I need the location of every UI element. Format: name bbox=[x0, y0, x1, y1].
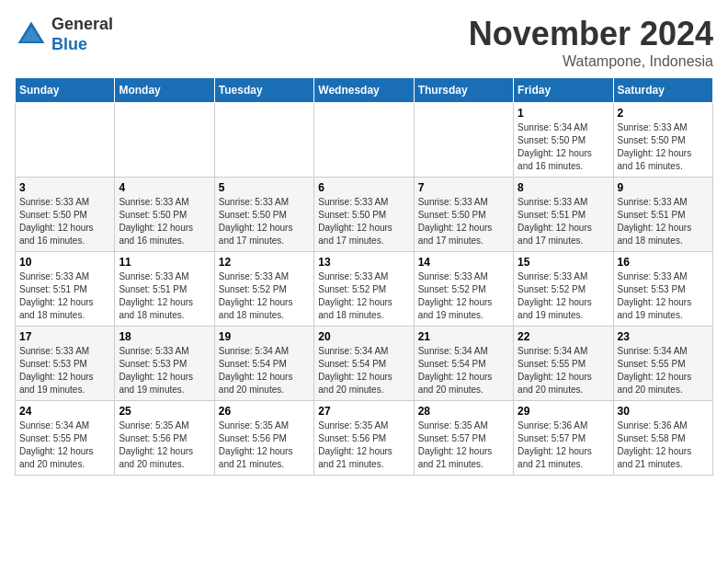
calendar-week-row: 3Sunrise: 5:33 AM Sunset: 5:50 PM Daylig… bbox=[16, 178, 713, 252]
day-info: Sunrise: 5:33 AM Sunset: 5:51 PM Dayligh… bbox=[119, 270, 210, 322]
day-info: Sunrise: 5:34 AM Sunset: 5:55 PM Dayligh… bbox=[518, 345, 609, 396]
calendar-cell: 18Sunrise: 5:33 AM Sunset: 5:53 PM Dayli… bbox=[115, 327, 214, 401]
day-info: Sunrise: 5:33 AM Sunset: 5:53 PM Dayligh… bbox=[19, 345, 110, 396]
day-number: 28 bbox=[418, 405, 509, 418]
day-info: Sunrise: 5:33 AM Sunset: 5:52 PM Dayligh… bbox=[219, 270, 310, 322]
day-number: 20 bbox=[318, 330, 409, 343]
day-info: Sunrise: 5:33 AM Sunset: 5:50 PM Dayligh… bbox=[219, 196, 310, 247]
day-number: 23 bbox=[618, 330, 709, 343]
calendar-cell: 4Sunrise: 5:33 AM Sunset: 5:50 PM Daylig… bbox=[115, 178, 214, 252]
day-info: Sunrise: 5:33 AM Sunset: 5:51 PM Dayligh… bbox=[518, 196, 609, 247]
day-number: 11 bbox=[119, 256, 210, 269]
logo: General Blue bbox=[15, 15, 113, 54]
day-number: 21 bbox=[418, 330, 509, 343]
day-number: 8 bbox=[518, 181, 609, 194]
day-number: 25 bbox=[119, 405, 210, 418]
day-info: Sunrise: 5:35 AM Sunset: 5:56 PM Dayligh… bbox=[119, 419, 210, 471]
day-number: 24 bbox=[19, 405, 110, 418]
day-info: Sunrise: 5:33 AM Sunset: 5:52 PM Dayligh… bbox=[418, 270, 509, 322]
weekday-header: Sunday bbox=[16, 78, 115, 103]
day-info: Sunrise: 5:33 AM Sunset: 5:51 PM Dayligh… bbox=[618, 196, 709, 247]
day-info: Sunrise: 5:33 AM Sunset: 5:52 PM Dayligh… bbox=[518, 270, 609, 322]
calendar-cell: 27Sunrise: 5:35 AM Sunset: 5:56 PM Dayli… bbox=[314, 401, 414, 476]
calendar-cell: 14Sunrise: 5:33 AM Sunset: 5:52 PM Dayli… bbox=[414, 252, 513, 327]
day-info: Sunrise: 5:33 AM Sunset: 5:53 PM Dayligh… bbox=[618, 270, 709, 322]
weekday-header: Tuesday bbox=[214, 78, 313, 103]
calendar-cell: 25Sunrise: 5:35 AM Sunset: 5:56 PM Dayli… bbox=[115, 401, 214, 476]
calendar-week-row: 17Sunrise: 5:33 AM Sunset: 5:53 PM Dayli… bbox=[16, 327, 713, 401]
day-number: 5 bbox=[219, 181, 310, 194]
calendar-cell: 23Sunrise: 5:34 AM Sunset: 5:55 PM Dayli… bbox=[613, 327, 712, 401]
day-info: Sunrise: 5:34 AM Sunset: 5:55 PM Dayligh… bbox=[618, 345, 709, 396]
calendar-cell: 9Sunrise: 5:33 AM Sunset: 5:51 PM Daylig… bbox=[613, 178, 712, 252]
calendar-week-row: 10Sunrise: 5:33 AM Sunset: 5:51 PM Dayli… bbox=[16, 252, 713, 327]
calendar-cell: 1Sunrise: 5:34 AM Sunset: 5:50 PM Daylig… bbox=[514, 103, 613, 178]
calendar-week-row: 1Sunrise: 5:34 AM Sunset: 5:50 PM Daylig… bbox=[16, 103, 713, 178]
calendar-cell: 13Sunrise: 5:33 AM Sunset: 5:52 PM Dayli… bbox=[314, 252, 414, 327]
calendar-cell: 10Sunrise: 5:33 AM Sunset: 5:51 PM Dayli… bbox=[16, 252, 115, 327]
calendar-cell: 12Sunrise: 5:33 AM Sunset: 5:52 PM Dayli… bbox=[214, 252, 313, 327]
day-number: 6 bbox=[318, 181, 409, 194]
day-info: Sunrise: 5:34 AM Sunset: 5:54 PM Dayligh… bbox=[318, 345, 409, 396]
day-number: 26 bbox=[219, 405, 310, 418]
calendar-cell bbox=[414, 103, 513, 178]
calendar-cell: 29Sunrise: 5:36 AM Sunset: 5:57 PM Dayli… bbox=[514, 401, 613, 476]
calendar-cell: 28Sunrise: 5:35 AM Sunset: 5:57 PM Dayli… bbox=[414, 401, 513, 476]
weekday-header: Friday bbox=[514, 78, 613, 103]
calendar-cell: 30Sunrise: 5:36 AM Sunset: 5:58 PM Dayli… bbox=[613, 401, 712, 476]
day-number: 30 bbox=[618, 405, 709, 418]
day-info: Sunrise: 5:34 AM Sunset: 5:50 PM Dayligh… bbox=[518, 121, 609, 173]
calendar-cell: 15Sunrise: 5:33 AM Sunset: 5:52 PM Dayli… bbox=[514, 252, 613, 327]
day-number: 2 bbox=[618, 107, 709, 120]
day-number: 22 bbox=[518, 330, 609, 343]
calendar-cell bbox=[16, 103, 115, 178]
logo-text: General Blue bbox=[51, 15, 113, 54]
calendar-cell: 20Sunrise: 5:34 AM Sunset: 5:54 PM Dayli… bbox=[314, 327, 414, 401]
day-number: 4 bbox=[119, 181, 210, 194]
day-number: 1 bbox=[518, 107, 609, 120]
day-info: Sunrise: 5:33 AM Sunset: 5:50 PM Dayligh… bbox=[119, 196, 210, 247]
calendar-cell bbox=[115, 103, 214, 178]
day-info: Sunrise: 5:34 AM Sunset: 5:55 PM Dayligh… bbox=[19, 419, 110, 471]
day-info: Sunrise: 5:33 AM Sunset: 5:50 PM Dayligh… bbox=[318, 196, 409, 247]
title-block: November 2024 Watampone, Indonesia bbox=[469, 15, 713, 70]
weekday-header: Thursday bbox=[414, 78, 513, 103]
day-number: 13 bbox=[318, 256, 409, 269]
weekday-header: Wednesday bbox=[314, 78, 414, 103]
calendar-cell: 2Sunrise: 5:33 AM Sunset: 5:50 PM Daylig… bbox=[613, 103, 712, 178]
day-info: Sunrise: 5:33 AM Sunset: 5:50 PM Dayligh… bbox=[418, 196, 509, 247]
calendar-week-row: 24Sunrise: 5:34 AM Sunset: 5:55 PM Dayli… bbox=[16, 401, 713, 476]
day-number: 27 bbox=[318, 405, 409, 418]
calendar-cell: 16Sunrise: 5:33 AM Sunset: 5:53 PM Dayli… bbox=[613, 252, 712, 327]
weekday-header-row: SundayMondayTuesdayWednesdayThursdayFrid… bbox=[16, 78, 713, 103]
day-info: Sunrise: 5:36 AM Sunset: 5:57 PM Dayligh… bbox=[518, 419, 609, 471]
day-number: 16 bbox=[618, 256, 709, 269]
calendar-cell: 17Sunrise: 5:33 AM Sunset: 5:53 PM Dayli… bbox=[16, 327, 115, 401]
day-number: 7 bbox=[418, 181, 509, 194]
calendar-cell: 26Sunrise: 5:35 AM Sunset: 5:56 PM Dayli… bbox=[214, 401, 313, 476]
calendar-cell: 19Sunrise: 5:34 AM Sunset: 5:54 PM Dayli… bbox=[214, 327, 313, 401]
day-number: 12 bbox=[219, 256, 310, 269]
month-title: November 2024 bbox=[469, 15, 713, 53]
day-info: Sunrise: 5:33 AM Sunset: 5:50 PM Dayligh… bbox=[19, 196, 110, 247]
day-number: 29 bbox=[518, 405, 609, 418]
calendar-cell bbox=[214, 103, 313, 178]
day-info: Sunrise: 5:34 AM Sunset: 5:54 PM Dayligh… bbox=[418, 345, 509, 396]
day-info: Sunrise: 5:33 AM Sunset: 5:51 PM Dayligh… bbox=[19, 270, 110, 322]
day-info: Sunrise: 5:35 AM Sunset: 5:57 PM Dayligh… bbox=[418, 419, 509, 471]
day-number: 3 bbox=[19, 181, 110, 194]
day-number: 18 bbox=[119, 330, 210, 343]
day-number: 9 bbox=[618, 181, 709, 194]
location-subtitle: Watampone, Indonesia bbox=[469, 53, 713, 70]
day-info: Sunrise: 5:33 AM Sunset: 5:52 PM Dayligh… bbox=[318, 270, 409, 322]
day-number: 14 bbox=[418, 256, 509, 269]
calendar-cell: 22Sunrise: 5:34 AM Sunset: 5:55 PM Dayli… bbox=[514, 327, 613, 401]
day-info: Sunrise: 5:33 AM Sunset: 5:50 PM Dayligh… bbox=[618, 121, 709, 173]
calendar-cell: 6Sunrise: 5:33 AM Sunset: 5:50 PM Daylig… bbox=[314, 178, 414, 252]
calendar-cell: 7Sunrise: 5:33 AM Sunset: 5:50 PM Daylig… bbox=[414, 178, 513, 252]
calendar-cell: 24Sunrise: 5:34 AM Sunset: 5:55 PM Dayli… bbox=[16, 401, 115, 476]
day-info: Sunrise: 5:34 AM Sunset: 5:54 PM Dayligh… bbox=[219, 345, 310, 396]
calendar-table: SundayMondayTuesdayWednesdayThursdayFrid… bbox=[15, 77, 713, 476]
page-header: General Blue November 2024 Watampone, In… bbox=[15, 15, 713, 70]
calendar-cell: 5Sunrise: 5:33 AM Sunset: 5:50 PM Daylig… bbox=[214, 178, 313, 252]
